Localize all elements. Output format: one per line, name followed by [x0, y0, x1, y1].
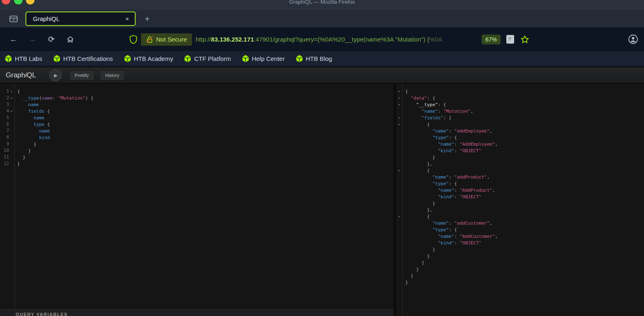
close-window-button[interactable] [2, 0, 10, 5]
fold-arrow-icon[interactable]: ▾ [9, 88, 14, 95]
response-viewer: { "data": { "__type": { "name": "Mutatio… [403, 84, 644, 316]
code-line: "type": { [405, 181, 644, 187]
bookmark-label: CTF Platform [194, 55, 231, 62]
code-line: { [17, 88, 394, 95]
code-line: "name": "addEmployee", [405, 128, 644, 135]
fold-spacer [397, 128, 402, 135]
htb-cube-icon [5, 55, 12, 63]
fold-spacer [397, 260, 402, 266]
tab-title: GraphiQL [33, 15, 124, 22]
bookmark-item-help-center[interactable]: Help Center [242, 55, 285, 63]
code-line: "__type": { [405, 102, 644, 108]
fold-arrow-icon[interactable]: ▾ [397, 95, 402, 102]
graphiql-workspace: 1▾2▾34▾56789101112 { __type(name: "Mutat… [0, 84, 644, 316]
line-number: 4 [0, 108, 9, 115]
code-line: { [405, 121, 644, 128]
maximize-window-button[interactable] [14, 0, 23, 5]
line-number: 9 [0, 141, 9, 148]
back-button[interactable]: ← [8, 35, 19, 44]
fold-spacer [397, 148, 402, 154]
fold-spacer [397, 200, 402, 207]
execute-query-button[interactable]: ▶ [49, 69, 62, 81]
bookmark-label: HTB Academy [134, 55, 173, 62]
query-line-number-gutter: 1▾2▾34▾56789101112 [0, 84, 15, 309]
new-tab-button[interactable]: + [142, 14, 152, 24]
prettify-button[interactable]: Prettify [69, 70, 95, 81]
reload-button[interactable]: ⟳ [46, 35, 57, 44]
graphiql-toolbar: GraphiQL ▶ Prettify History [0, 67, 644, 84]
forward-button[interactable]: → [27, 35, 38, 44]
home-button[interactable] [65, 35, 76, 44]
not-secure-chip[interactable]: Not Secure [141, 33, 192, 46]
query-pane: 1▾2▾34▾56789101112 { __type(name: "Mutat… [0, 84, 394, 316]
reader-mode-icon[interactable] [506, 34, 515, 44]
fold-arrow-icon[interactable]: ▾ [397, 102, 402, 108]
code-line: } [405, 246, 644, 253]
line-number: 10 [0, 148, 9, 154]
code-line: ] [405, 260, 644, 266]
bookmark-item-htb-certifications[interactable]: HTB Certifications [53, 55, 113, 63]
fold-spacer [9, 154, 14, 161]
code-line: fields { [17, 108, 394, 115]
query-variables-bar[interactable]: QUERY VARIABLES [0, 309, 394, 316]
bookmark-label: HTB Labs [15, 55, 42, 62]
code-line: { [405, 167, 644, 174]
bookmark-item-ctf-platform[interactable]: CTF Platform [184, 55, 231, 63]
tab-graphiql[interactable]: GraphiQL × [25, 12, 136, 26]
fold-spacer [397, 279, 402, 286]
fold-arrow-icon[interactable]: ▾ [397, 214, 402, 220]
line-number: 3 [0, 102, 9, 108]
window-title: GraphiQL — Mozilla Firefox [289, 0, 355, 5]
response-fold-gutter: ▾▾▾▾▾▾▾ [396, 84, 403, 316]
zoom-level-badge[interactable]: 67% [482, 35, 501, 44]
code-line: type { [17, 121, 394, 128]
fold-spacer [397, 187, 402, 194]
htb-cube-icon [184, 55, 191, 63]
code-line: } [17, 141, 394, 148]
line-number: 1 [0, 88, 9, 95]
bookmarks-bar: HTB LabsHTB CertificationsHTB AcademyCTF… [0, 51, 644, 66]
query-editor[interactable]: { __type(name: "Mutation") { name fields… [15, 84, 394, 309]
fold-arrow-icon[interactable]: ▾ [397, 88, 402, 95]
fold-spacer [9, 128, 14, 135]
bookmark-label: HTB Blog [306, 55, 332, 62]
minimize-window-button[interactable] [26, 0, 35, 5]
fold-spacer [9, 161, 14, 167]
code-line: name [17, 102, 394, 108]
line-number: 2 [0, 95, 9, 102]
fold-arrow-icon[interactable]: ▾ [9, 95, 14, 102]
code-line: } [405, 200, 644, 207]
tracking-shield-icon[interactable] [129, 35, 138, 44]
firefox-view-icon[interactable] [7, 14, 20, 24]
line-number: 12 [0, 161, 9, 167]
fold-spacer [397, 141, 402, 148]
bookmark-item-htb-academy[interactable]: HTB Academy [124, 55, 173, 63]
code-line: }, [405, 161, 644, 167]
code-line: } [405, 266, 644, 273]
fold-arrow-icon[interactable]: ▾ [397, 121, 402, 128]
history-button[interactable]: History [99, 70, 125, 81]
code-line: } [405, 279, 644, 286]
line-number: 6 [0, 121, 9, 128]
bookmark-star-icon[interactable] [520, 35, 530, 44]
fold-arrow-icon[interactable]: ▾ [397, 167, 402, 174]
line-number: 11 [0, 154, 9, 161]
fold-spacer [9, 121, 14, 128]
bookmark-item-htb-blog[interactable]: HTB Blog [296, 55, 332, 63]
window-titlebar: GraphiQL — Mozilla Firefox [0, 0, 644, 10]
play-icon: ▶ [54, 73, 57, 78]
bookmark-item-htb-labs[interactable]: HTB Labs [5, 55, 42, 63]
tab-close-icon[interactable]: × [124, 15, 131, 22]
code-line: } [17, 161, 394, 167]
code-line: } [405, 154, 644, 161]
fold-arrow-icon[interactable]: ▾ [9, 108, 14, 115]
graphiql-logo: GraphiQL [6, 71, 36, 79]
fold-arrow-icon[interactable]: ▾ [397, 115, 402, 121]
account-icon[interactable] [628, 34, 638, 44]
bookmark-label: HTB Certifications [63, 55, 113, 62]
url-text[interactable]: http://83.136.252.171:47901/graphql?quer… [196, 36, 479, 43]
address-bar[interactable]: Not Secure http://83.136.252.171:47901/g… [129, 33, 530, 46]
fold-spacer [397, 194, 402, 200]
code-line: } [17, 148, 394, 154]
code-line: "kind": "OBJECT" [405, 148, 644, 154]
